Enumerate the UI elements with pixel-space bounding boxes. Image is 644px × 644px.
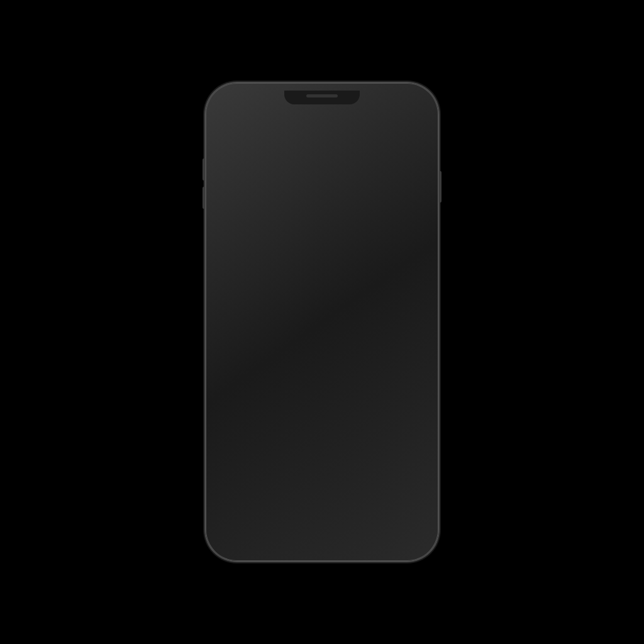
search-bar[interactable]: 🔍 Search xyxy=(241,101,402,116)
where-placeholder: Where about? xyxy=(231,317,404,327)
content-overlay: حلال 🔍 Halal Pro Discover all the locati… xyxy=(214,144,430,416)
search-where-field[interactable]: Where about? ✛ xyxy=(223,306,421,338)
app-title: Halal Pro xyxy=(223,214,421,235)
halal-logo: حلال xyxy=(223,157,251,184)
chevron-down-icon: ▾ xyxy=(409,347,413,357)
search-icon-top: 🔍 xyxy=(241,101,253,113)
search-form: What are you looking for? Where about? ✛… xyxy=(223,278,421,366)
search-bar-text: Search xyxy=(258,101,294,113)
phone-screen: ☰ 🔍 Search ⋮ FIND FOOD SCAN RECIPE DEAL xyxy=(214,92,430,552)
search-what-field[interactable]: What are you looking for? xyxy=(223,278,421,306)
tab-deal[interactable]: DEAL xyxy=(376,125,430,144)
search-category-field[interactable]: All Categories ▾ xyxy=(223,338,421,366)
location-icon: ✛ xyxy=(404,315,413,329)
tab-scan[interactable]: SCAN xyxy=(269,125,323,144)
nav-tabs: FIND FOOD SCAN RECIPE DEAL xyxy=(214,125,430,144)
what-placeholder: What are you looking for? xyxy=(231,287,413,297)
search-button[interactable]: 🔍 Search xyxy=(223,374,421,407)
tab-find-food[interactable]: FIND FOOD xyxy=(214,125,269,144)
search-btn-label: Search xyxy=(314,385,348,396)
phone-mockup: ☰ 🔍 Search ⋮ FIND FOOD SCAN RECIPE DEAL xyxy=(206,83,438,561)
app-subtitle: Discover all the locations, restaurants … xyxy=(240,241,404,265)
search-large-icon: 🔍 xyxy=(223,188,251,212)
top-bar: ☰ 🔍 Search ⋮ xyxy=(214,92,430,125)
more-icon[interactable]: ⋮ xyxy=(408,101,421,116)
search-btn-icon: 🔍 xyxy=(296,384,309,397)
tab-recipe[interactable]: RECIPE xyxy=(322,125,376,144)
main-content: حلال 🔍 Halal Pro Discover all the locati… xyxy=(214,144,430,548)
logo-row: حلال xyxy=(223,157,251,184)
hamburger-icon[interactable]: ☰ xyxy=(223,101,235,116)
category-placeholder: All Categories xyxy=(231,347,409,357)
